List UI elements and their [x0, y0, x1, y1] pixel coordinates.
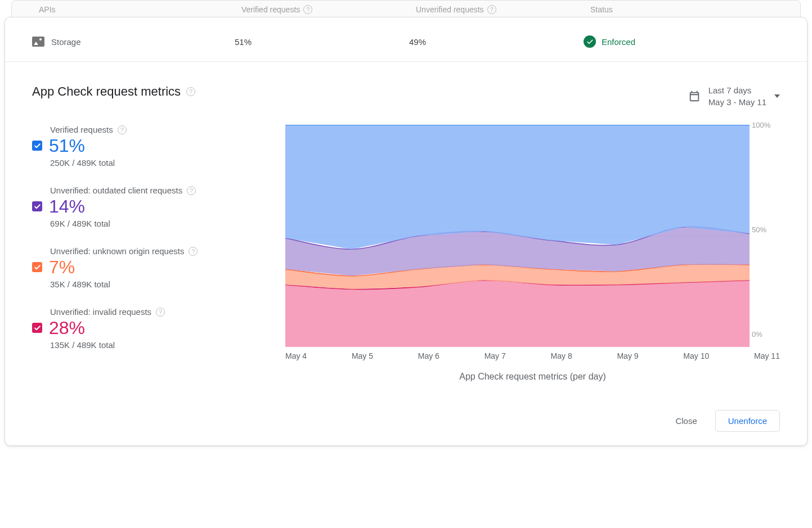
- api-row-storage[interactable]: Storage 51% 49% Enforced: [5, 17, 807, 61]
- help-icon[interactable]: ?: [189, 247, 198, 256]
- status-cell: Enforced: [584, 35, 780, 48]
- date-range-picker[interactable]: Last 7 days May 3 - May 11: [688, 84, 780, 108]
- legend-checkbox[interactable]: [32, 141, 42, 151]
- help-icon[interactable]: ?: [118, 125, 127, 134]
- area-chart: [285, 125, 750, 347]
- x-tick: May 5: [352, 351, 373, 360]
- legend-item: Unverified: unknown origin requests?7%35…: [50, 246, 263, 289]
- legend-checkbox[interactable]: [32, 201, 42, 211]
- x-tick: May 8: [551, 351, 572, 360]
- date-text: Last 7 days May 3 - May 11: [708, 84, 766, 108]
- x-tick: May 10: [683, 351, 709, 360]
- verified-value: 51%: [235, 37, 409, 47]
- y-tick: 0%: [752, 330, 762, 339]
- calendar-icon: [688, 90, 701, 102]
- x-tick: May 11: [754, 351, 780, 360]
- legend-checkbox[interactable]: [32, 262, 42, 272]
- help-icon[interactable]: ?: [186, 87, 195, 96]
- help-icon[interactable]: ?: [187, 186, 196, 195]
- legend-item: Verified requests?51%250K / 489K total: [50, 125, 263, 168]
- help-icon[interactable]: ?: [303, 5, 312, 14]
- legend-checkbox[interactable]: [32, 323, 42, 333]
- y-tick: 100%: [752, 121, 770, 129]
- x-tick: May 9: [617, 351, 638, 360]
- unverified-value: 49%: [409, 37, 584, 47]
- legend-percent: 28%: [49, 319, 85, 337]
- chart-column: 100%50%0% May 4May 5May 6May 7May 8May 9…: [285, 125, 780, 382]
- legend-sub: 135K / 489K total: [50, 340, 263, 350]
- y-tick: 50%: [752, 225, 766, 234]
- legend-percent: 14%: [49, 197, 85, 215]
- metrics-card: Storage 51% 49% Enforced App Check reque…: [5, 17, 807, 446]
- chart-caption: App Check request metrics (per day): [285, 372, 780, 382]
- x-tick: May 6: [418, 351, 439, 360]
- chevron-down-icon: [774, 94, 780, 98]
- help-icon[interactable]: ?: [487, 5, 496, 14]
- help-icon[interactable]: ?: [156, 308, 165, 317]
- col-unverified: Unverified requests?: [416, 5, 590, 14]
- unenforce-button[interactable]: Unenforce: [715, 410, 780, 432]
- legend-label: Unverified: outdated client requests?: [50, 186, 263, 195]
- legend-column: Verified requests?51%250K / 489K totalUn…: [32, 125, 263, 382]
- legend-item: Unverified: outdated client requests?14%…: [50, 186, 263, 228]
- close-button[interactable]: Close: [673, 410, 699, 431]
- legend-label: Verified requests?: [50, 125, 263, 134]
- storage-icon: [32, 37, 44, 47]
- check-circle-icon: [584, 35, 596, 48]
- status-label: Enforced: [602, 37, 635, 47]
- y-axis-ticks: 100%50%0%: [752, 125, 778, 334]
- api-name-label: Storage: [51, 37, 81, 47]
- legend-label: Unverified: unknown origin requests?: [50, 246, 263, 256]
- col-status: Status: [590, 5, 773, 14]
- x-axis-ticks: May 4May 5May 6May 7May 8May 9May 10May …: [285, 347, 780, 360]
- x-tick: May 7: [484, 351, 506, 360]
- legend-sub: 250K / 489K total: [50, 158, 263, 168]
- legend-percent: 7%: [49, 258, 75, 276]
- legend-item: Unverified: invalid requests?28%135K / 4…: [50, 307, 263, 350]
- legend-label: Unverified: invalid requests?: [50, 307, 263, 317]
- metrics-title: App Check request metrics ?: [32, 84, 195, 99]
- x-tick: May 4: [285, 351, 307, 360]
- col-apis: APIs: [39, 5, 241, 14]
- col-verified: Verified requests?: [241, 5, 416, 14]
- legend-sub: 69K / 489K total: [50, 219, 263, 228]
- legend-percent: 51%: [49, 137, 85, 155]
- legend-sub: 35K / 489K total: [50, 279, 263, 289]
- card-actions: Close Unenforce: [5, 393, 807, 432]
- api-name-cell: Storage: [32, 37, 235, 47]
